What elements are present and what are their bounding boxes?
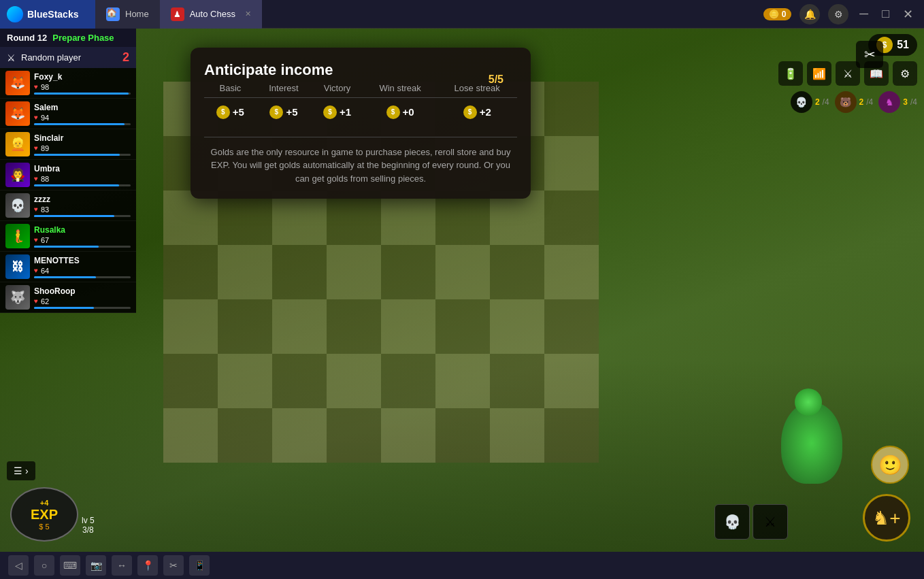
health-row-zzzz: ♥ 83 bbox=[34, 205, 131, 214]
knife-btn[interactable]: ✂ bbox=[856, 41, 883, 68]
notification-btn[interactable]: 🔔 bbox=[799, 4, 820, 24]
board-cell-1-7[interactable] bbox=[544, 136, 599, 191]
tab-close[interactable]: ✕ bbox=[245, 10, 251, 18]
player-row-foxy[interactable]: 🦊 Foxy_k ♥ 98 bbox=[0, 68, 136, 99]
back-btn[interactable]: ◁ bbox=[8, 555, 29, 576]
gear-icon[interactable]: ⚙ bbox=[893, 61, 917, 86]
board-cell-3-1[interactable] bbox=[218, 245, 272, 299]
round-header: Round 12 Prepare Phase bbox=[0, 29, 136, 47]
player-row-rusalka[interactable]: 🧜 Rusalka ♥ 67 bbox=[0, 221, 136, 252]
home-btn[interactable]: ○ bbox=[34, 555, 54, 576]
scissors-btn[interactable]: ✂ bbox=[163, 555, 184, 576]
keyboard-btn[interactable]: ⌨ bbox=[60, 555, 80, 576]
top-right-icons: 🔋 📶 ⚔ 📖 ⚙ bbox=[778, 61, 917, 86]
board-cell-3-0[interactable] bbox=[163, 245, 218, 299]
board-cell-5-1[interactable] bbox=[218, 354, 272, 408]
board-cell-3-2[interactable] bbox=[272, 245, 327, 299]
board-cell-5-7[interactable] bbox=[544, 354, 599, 408]
window-minimize[interactable]: ─ bbox=[857, 7, 871, 21]
board-cell-4-5[interactable] bbox=[435, 299, 490, 354]
val-win-streak: $ +0 bbox=[363, 98, 438, 126]
settings-icon[interactable]: ⚙ bbox=[828, 4, 848, 24]
board-cell-4-6[interactable] bbox=[490, 299, 544, 354]
player-name-umbra: Umbra bbox=[34, 164, 131, 173]
location-btn[interactable]: 📍 bbox=[137, 555, 158, 576]
signal-icon[interactable]: 📶 bbox=[807, 61, 831, 86]
window-maximize[interactable]: □ bbox=[879, 7, 892, 21]
board-cell-5-0[interactable] bbox=[163, 354, 218, 408]
home-tab-label: Home bbox=[125, 9, 149, 19]
player-row-zzzz[interactable]: 💀 zzzz ♥ 83 bbox=[0, 191, 136, 221]
board-cell-5-2[interactable] bbox=[272, 354, 327, 408]
tab-home[interactable]: 🏠 Home bbox=[95, 0, 160, 29]
health-row-shooroop: ♥ 62 bbox=[34, 297, 131, 305]
window-close[interactable]: ✕ bbox=[900, 7, 916, 22]
health-bar-bg-foxy bbox=[34, 93, 131, 95]
board-cell-2-7[interactable] bbox=[544, 191, 599, 245]
board-cell-2-5[interactable] bbox=[435, 191, 490, 245]
board-cell-3-6[interactable] bbox=[490, 245, 544, 299]
board-cell-2-4[interactable] bbox=[381, 191, 435, 245]
board-cell-3-4[interactable] bbox=[381, 245, 435, 299]
health-num-zzzz: 83 bbox=[41, 205, 49, 214]
board-cell-6-0[interactable] bbox=[163, 408, 218, 463]
board-cell-0-7[interactable] bbox=[544, 82, 599, 136]
board-cell-6-5[interactable] bbox=[435, 408, 490, 463]
board-cell-5-4[interactable] bbox=[381, 354, 435, 408]
board-cell-4-7[interactable] bbox=[544, 299, 599, 354]
board-cell-6-7[interactable] bbox=[544, 408, 599, 463]
board-cell-2-6[interactable] bbox=[490, 191, 544, 245]
board-cell-2-2[interactable] bbox=[272, 191, 327, 245]
skull-slot-1[interactable]: 💀 bbox=[714, 504, 750, 540]
heart-icon-salem: ♥ bbox=[34, 114, 38, 121]
board-cell-6-3[interactable] bbox=[327, 408, 381, 463]
green-character bbox=[781, 402, 863, 511]
health-num-rusalka: 67 bbox=[41, 236, 49, 244]
board-cell-3-7[interactable] bbox=[544, 245, 599, 299]
board-cell-4-2[interactable] bbox=[272, 299, 327, 354]
board-cell-2-1[interactable] bbox=[218, 191, 272, 245]
player-row-menottes[interactable]: ⛓ MENOTTES ♥ 64 bbox=[0, 252, 136, 282]
player-row-umbra[interactable]: 🧛 Umbra ♥ 88 bbox=[0, 160, 136, 191]
player-row-salem[interactable]: 🦊 Salem ♥ 94 bbox=[0, 99, 136, 129]
player-row-shooroop[interactable]: 🐺 ShooRoop ♥ 62 bbox=[0, 282, 136, 313]
board-cell-4-3[interactable] bbox=[327, 299, 381, 354]
board-cell-6-1[interactable] bbox=[218, 408, 272, 463]
exp-button[interactable]: +4 EXP $ 5 bbox=[10, 487, 78, 542]
add-piece-btn[interactable]: ♞+ bbox=[863, 494, 910, 542]
board-cell-5-6[interactable] bbox=[490, 354, 544, 408]
heart-icon-foxy: ♥ bbox=[34, 83, 38, 90]
tab-autochess[interactable]: ♟ Auto Chess ✕ bbox=[160, 0, 262, 29]
health-row-sinclair: ♥ 89 bbox=[34, 144, 131, 152]
health-bar-bg-sinclair bbox=[34, 154, 131, 156]
modal-progress: 5/5 bbox=[489, 73, 504, 86]
battery-icon[interactable]: 🔋 bbox=[778, 61, 803, 86]
board-cell-5-3[interactable] bbox=[327, 354, 381, 408]
player-row-sinclair[interactable]: 👱 Sinclair ♥ 89 bbox=[0, 129, 136, 160]
avatar-rusalka: 🧜 bbox=[5, 224, 30, 248]
health-bar-fill-zzzz bbox=[34, 215, 114, 217]
col-interest: Interest bbox=[257, 79, 311, 98]
cookie-icon[interactable]: 🙂 bbox=[871, 446, 909, 484]
board-cell-6-2[interactable] bbox=[272, 408, 327, 463]
board-cell-4-4[interactable] bbox=[381, 299, 435, 354]
expand-sidebar-btn[interactable]: ☰ › bbox=[7, 461, 35, 480]
class-badge-bear: 🐻 2 /4 bbox=[835, 91, 874, 113]
board-cell-2-0[interactable] bbox=[163, 191, 218, 245]
phone-btn[interactable]: 📱 bbox=[189, 555, 210, 576]
board-cell-4-1[interactable] bbox=[218, 299, 272, 354]
board-cell-3-5[interactable] bbox=[435, 245, 490, 299]
board-cell-4-0[interactable] bbox=[163, 299, 218, 354]
board-cell-6-6[interactable] bbox=[490, 408, 544, 463]
rotate-btn[interactable]: ↔ bbox=[112, 555, 132, 576]
board-cell-3-3[interactable] bbox=[327, 245, 381, 299]
screenshot-btn[interactable]: 📷 bbox=[86, 555, 106, 576]
player-info-sinclair: Sinclair ♥ 89 bbox=[34, 133, 131, 156]
board-cell-6-4[interactable] bbox=[381, 408, 435, 463]
prepare-phase-label: Prepare Phase bbox=[52, 33, 114, 43]
skull-slot-2[interactable]: ⚔ bbox=[753, 504, 788, 540]
health-bar-fill-foxy bbox=[34, 93, 129, 95]
round-label: Round 12 bbox=[7, 33, 47, 43]
board-cell-2-3[interactable] bbox=[327, 191, 381, 245]
board-cell-5-5[interactable] bbox=[435, 354, 490, 408]
